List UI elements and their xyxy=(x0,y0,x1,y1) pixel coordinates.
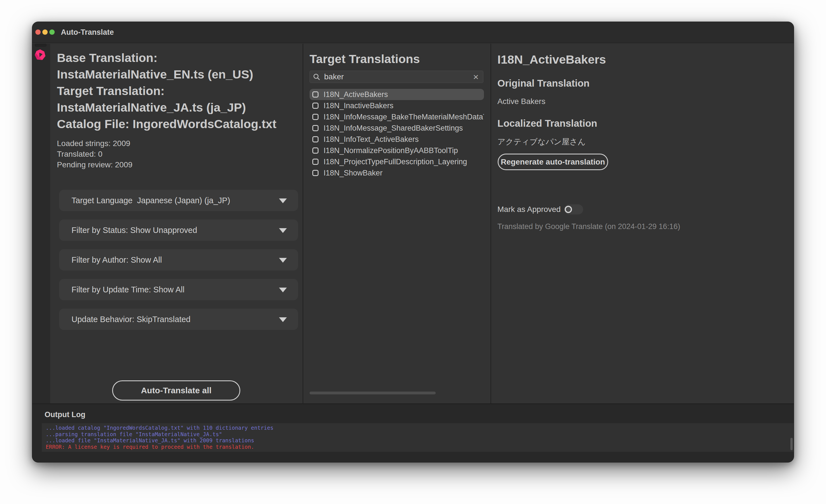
item-checkbox[interactable] xyxy=(312,147,318,153)
dropdown-value: Filter by Author: Show All xyxy=(71,249,162,270)
update-behavior-dropdown[interactable]: Update Behavior: SkipTranslated xyxy=(59,309,298,330)
original-translation-text: Active Bakers xyxy=(497,97,545,106)
output-log-title: Output Log xyxy=(45,411,85,419)
filter-status-dropdown[interactable]: Filter by Status: Show Unapproved xyxy=(59,219,298,241)
dropdown-value: Filter by Update Time: Show All xyxy=(71,279,184,300)
output-log-section: Output Log ...loaded catalog "IngoredWor… xyxy=(32,403,794,462)
item-checkbox[interactable] xyxy=(312,170,318,176)
toggle-knob-icon xyxy=(565,206,572,213)
zoom-window-button[interactable] xyxy=(49,29,55,35)
list-item[interactable]: I18N_InfoMessage_SharedBakerSettings xyxy=(309,123,484,134)
target-language-dropdown[interactable]: Target Language Japanese (Japan) (ja_JP) xyxy=(59,190,298,211)
minimize-window-button[interactable] xyxy=(42,29,48,35)
window-title: Auto-Translate xyxy=(61,22,114,43)
drawer-handle[interactable] xyxy=(35,44,47,47)
selected-key-title: I18N_ActiveBakers xyxy=(497,51,606,68)
dropdown-value: Target Language Japanese (Japan) (ja_JP) xyxy=(71,190,230,211)
translation-stats: Loaded strings: 2009 Translated: 0 Pendi… xyxy=(57,138,132,170)
search-input[interactable] xyxy=(324,72,473,81)
dropdown-value: Update Behavior: SkipTranslated xyxy=(71,309,191,330)
summary-line: Base Translation: xyxy=(57,50,298,66)
auto-translate-all-button[interactable]: Auto-Translate all xyxy=(112,380,240,400)
chevron-down-icon xyxy=(279,288,287,292)
stat-loaded-strings: Loaded strings: 2009 xyxy=(57,138,132,149)
localized-translation-text: アクティブなパン屋さん xyxy=(497,136,586,147)
approved-toggle[interactable] xyxy=(564,204,583,214)
original-translation-heading: Original Translation xyxy=(497,78,590,89)
base-translation-summary: Base Translation: InstaMaterialNative_EN… xyxy=(57,50,298,132)
clear-search-icon[interactable]: × xyxy=(473,72,479,81)
instalod-logo-icon xyxy=(35,49,46,60)
log-line: ...loaded file "InstaMaterialNative_JA.t… xyxy=(46,437,794,444)
list-item[interactable]: I18N_ProjectTypeFullDescription_Layering xyxy=(309,156,484,167)
list-item[interactable]: I18N_InfoMessage_BakeTheMaterialMeshData… xyxy=(309,111,484,123)
horizontal-scrollbar[interactable] xyxy=(309,392,436,394)
mark-as-approved-label: Mark as Approved xyxy=(497,205,561,214)
search-icon xyxy=(313,73,320,80)
regenerate-auto-translation-button[interactable]: Regenerate auto-translation xyxy=(498,153,608,170)
list-item[interactable]: I18N_ActiveBakers xyxy=(309,89,484,100)
summary-line: Target Translation: xyxy=(57,83,298,99)
summary-line: InstaMaterialNative_EN.ts (en_US) xyxy=(57,66,298,83)
translation-detail-panel: I18N_ActiveBakers Original Translation A… xyxy=(491,44,794,403)
summary-line: Catalog File: IngoredWordsCatalog.txt xyxy=(57,116,298,132)
chevron-down-icon xyxy=(279,228,287,233)
list-item[interactable]: I18N_ShowBaker xyxy=(309,167,484,179)
list-item[interactable]: I18N_NormalizePositionByAABBToolTip xyxy=(309,145,484,156)
log-vertical-scrollbar[interactable] xyxy=(790,438,792,450)
localized-translation-heading: Localized Translation xyxy=(497,118,597,129)
list-item[interactable]: I18N_InfoText_ActiveBakers xyxy=(309,134,484,145)
item-checkbox[interactable] xyxy=(312,91,318,98)
app-window: Auto-Translate Base Translation: InstaMa… xyxy=(32,21,794,462)
title-bar[interactable]: Auto-Translate xyxy=(32,22,794,43)
item-checkbox[interactable] xyxy=(312,136,318,142)
stat-translated: Translated: 0 xyxy=(57,149,132,160)
item-checkbox[interactable] xyxy=(312,125,318,131)
app-icon-strip xyxy=(32,44,50,403)
item-checkbox[interactable] xyxy=(312,103,318,109)
log-line: ...loaded catalog "IngoredWordsCatalog.t… xyxy=(46,425,794,431)
chevron-down-icon xyxy=(279,198,287,203)
filter-author-dropdown[interactable]: Filter by Author: Show All xyxy=(59,249,298,270)
mark-as-approved-row: Mark as Approved xyxy=(497,204,583,215)
target-translations-title: Target Translations xyxy=(309,51,420,67)
settings-panel: Base Translation: InstaMaterialNative_EN… xyxy=(50,44,302,403)
log-line: ERROR: A license key is required to proc… xyxy=(46,444,794,450)
log-line: ...parsing translation file "InstaMateri… xyxy=(46,431,794,438)
stat-pending-review: Pending review: 2009 xyxy=(57,160,132,170)
close-window-button[interactable] xyxy=(35,29,41,35)
search-box[interactable]: × xyxy=(309,71,483,83)
target-translations-panel: Target Translations × I18N_ActiveBakers … xyxy=(303,44,490,403)
item-checkbox[interactable] xyxy=(312,114,318,120)
translation-attribution: Translated by Google Translate (on 2024-… xyxy=(497,222,680,231)
output-log-console[interactable]: ...loaded catalog "IngoredWordsCatalog.t… xyxy=(42,423,794,452)
translation-key-list: I18N_ActiveBakers I18N_InactiveBakers I1… xyxy=(309,89,484,403)
chevron-down-icon xyxy=(279,258,287,263)
chevron-down-icon xyxy=(279,317,287,322)
summary-line: InstaMaterialNative_JA.ts (ja_JP) xyxy=(57,99,298,116)
list-item[interactable]: I18N_InactiveBakers xyxy=(309,100,484,111)
filter-update-time-dropdown[interactable]: Filter by Update Time: Show All xyxy=(59,279,298,300)
item-checkbox[interactable] xyxy=(312,159,318,165)
dropdown-value: Filter by Status: Show Unapproved xyxy=(71,219,197,241)
